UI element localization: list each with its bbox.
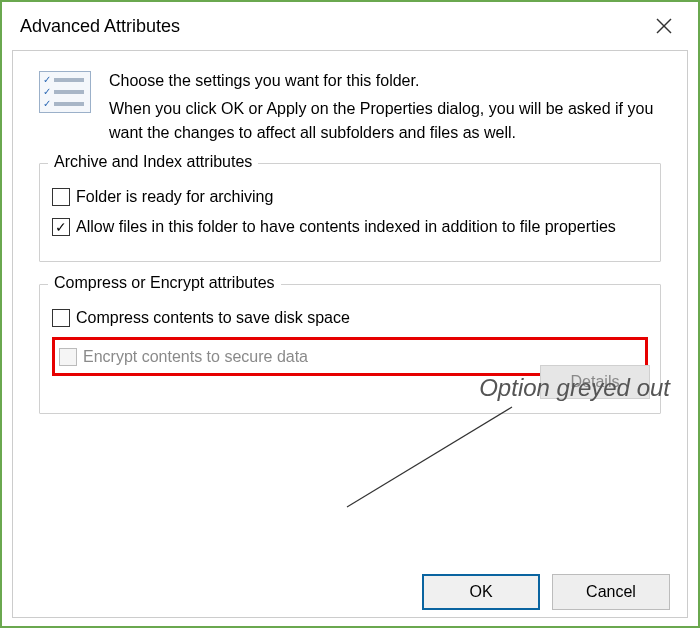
compress-contents-checkbox[interactable] <box>52 309 70 327</box>
allow-indexing-checkbox[interactable] <box>52 218 70 236</box>
archive-legend: Archive and Index attributes <box>48 153 258 171</box>
ready-for-archiving-label: Folder is ready for archiving <box>76 186 273 208</box>
archive-index-group: Archive and Index attributes Folder is r… <box>39 163 661 262</box>
dialog-button-row: OK Cancel <box>422 574 670 610</box>
advanced-attributes-dialog: Advanced Attributes ✓ ✓ ✓ Choose the set… <box>0 0 700 628</box>
header-row: ✓ ✓ ✓ Choose the settings you want for t… <box>39 69 661 145</box>
encrypt-contents-checkbox <box>59 348 77 366</box>
close-icon <box>656 18 672 34</box>
titlebar: Advanced Attributes <box>2 2 698 50</box>
ready-for-archiving-checkbox[interactable] <box>52 188 70 206</box>
header-text: Choose the settings you want for this fo… <box>109 69 661 145</box>
cancel-button[interactable]: Cancel <box>552 574 670 610</box>
close-button[interactable] <box>646 8 682 44</box>
annotation-text: Option greyed out <box>479 374 670 402</box>
checklist-icon: ✓ ✓ ✓ <box>39 71 91 113</box>
compress-contents-label: Compress contents to save disk space <box>76 307 350 329</box>
compress-legend: Compress or Encrypt attributes <box>48 274 281 292</box>
compress-contents-row[interactable]: Compress contents to save disk space <box>52 307 648 329</box>
header-line1: Choose the settings you want for this fo… <box>109 69 661 93</box>
dialog-body: ✓ ✓ ✓ Choose the settings you want for t… <box>12 50 688 618</box>
allow-indexing-label: Allow files in this folder to have conte… <box>76 216 616 238</box>
ready-for-archiving-row[interactable]: Folder is ready for archiving <box>52 186 648 208</box>
encrypt-contents-label: Encrypt contents to secure data <box>83 346 308 368</box>
encrypt-contents-row: Encrypt contents to secure data <box>59 346 308 368</box>
ok-button[interactable]: OK <box>422 574 540 610</box>
allow-indexing-row[interactable]: Allow files in this folder to have conte… <box>52 216 648 238</box>
header-line2: When you click OK or Apply on the Proper… <box>109 97 661 145</box>
window-title: Advanced Attributes <box>20 16 180 37</box>
